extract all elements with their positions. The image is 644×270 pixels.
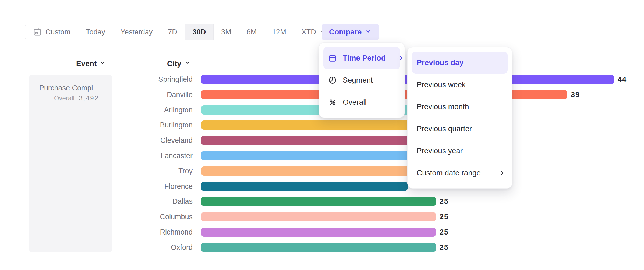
menu-item-label: Previous quarter <box>417 125 472 133</box>
bar-label-troy: Troy <box>0 166 193 176</box>
calendar-icon <box>328 54 337 62</box>
chart-row-lancaster: Lancaster <box>0 151 644 160</box>
menu-item-custom-date-range[interactable]: Custom date range... <box>412 162 508 184</box>
bar-label-danville: Danville <box>0 90 193 99</box>
menu-item-label: Previous year <box>417 147 463 155</box>
bar-label-columbus: Columbus <box>0 212 193 221</box>
bar-oxford[interactable] <box>201 243 436 252</box>
percent-icon <box>328 98 337 106</box>
bar-label-richmond: Richmond <box>0 228 193 237</box>
bar-value-richmond: 25 <box>440 228 449 237</box>
bar-label-lancaster: Lancaster <box>0 151 193 160</box>
chevron-right-icon <box>499 169 506 176</box>
menu-item-label: Previous month <box>417 102 469 111</box>
bar-label-cleveland: Cleveland <box>0 136 193 145</box>
chart-row-florence: Florence <box>0 182 644 191</box>
menu-item-label: Overall <box>343 98 367 106</box>
bar-value-columbus: 25 <box>440 212 449 222</box>
bar-dallas[interactable] <box>201 197 436 206</box>
bar-label-dallas: Dallas <box>0 197 193 206</box>
bar-label-oxford: Oxford <box>0 243 193 252</box>
menu-item-label: Segment <box>343 76 373 84</box>
bar-columbus[interactable] <box>201 212 436 221</box>
menu-item-time-period[interactable]: Time Period <box>323 47 400 69</box>
bar-label-burlington: Burlington <box>0 120 193 130</box>
menu-item-label: Time Period <box>343 54 386 62</box>
compare-dropdown-menu: Time PeriodSegmentOverall <box>319 42 405 118</box>
chart-row-burlington: Burlington <box>0 120 644 130</box>
bar-label-florence: Florence <box>0 182 193 191</box>
segment-icon <box>328 76 337 84</box>
bar-value-springfield: 44 <box>618 75 627 84</box>
bar-value-dallas: 25 <box>440 197 449 206</box>
chart-row-oxford: Oxford25 <box>0 243 644 252</box>
menu-item-overall[interactable]: Overall <box>323 91 400 113</box>
chart-row-columbus: Columbus25 <box>0 212 644 221</box>
chevron-right-icon <box>398 55 405 62</box>
menu-item-segment[interactable]: Segment <box>323 69 400 91</box>
menu-item-previous-day[interactable]: Previous day <box>412 52 508 74</box>
menu-item-label: Custom date range... <box>417 169 487 177</box>
chart-row-cleveland: Cleveland <box>0 136 644 145</box>
menu-item-previous-quarter[interactable]: Previous quarter <box>412 118 508 140</box>
chart-row-richmond: Richmond25 <box>0 228 644 237</box>
chart-row-troy: Troy <box>0 166 644 176</box>
bar-richmond[interactable] <box>201 228 436 237</box>
bar-label-springfield: Springfield <box>0 75 193 84</box>
menu-item-label: Previous week <box>417 80 466 89</box>
menu-item-previous-week[interactable]: Previous week <box>412 74 508 96</box>
bar-label-arlington: Arlington <box>0 105 193 115</box>
bar-value-oxford: 25 <box>440 243 449 252</box>
city-bar-chart: Springfield44Danville39ArlingtonBurlingt… <box>0 0 644 270</box>
chart-row-dallas: Dallas25 <box>0 197 644 206</box>
menu-item-label: Previous day <box>417 58 463 67</box>
time-period-submenu: Previous dayPrevious weekPrevious monthP… <box>407 47 512 189</box>
bar-florence[interactable] <box>201 182 408 191</box>
menu-item-previous-month[interactable]: Previous month <box>412 96 508 118</box>
bar-value-danville: 39 <box>571 90 580 100</box>
menu-item-previous-year[interactable]: Previous year <box>412 140 508 162</box>
